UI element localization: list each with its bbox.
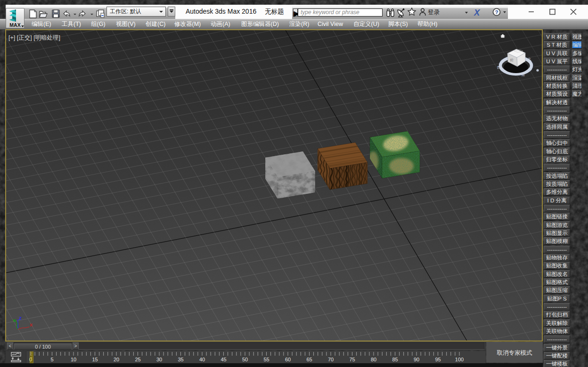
svg-text:60: 60 (285, 357, 291, 362)
svg-text:55: 55 (263, 357, 269, 362)
svg-text:Z: Z (19, 316, 22, 321)
svg-text:0: 0 (29, 357, 32, 362)
svg-text:西: 西 (497, 66, 500, 69)
svg-text:15: 15 (92, 357, 98, 362)
svg-text:90: 90 (414, 357, 419, 362)
svg-text:?: ? (495, 9, 498, 15)
svg-text:35: 35 (178, 357, 183, 362)
svg-text:南: 南 (522, 73, 525, 76)
svg-text:40: 40 (199, 357, 205, 362)
svg-text:[+] [正交] [明暗处理]: [+] [正交] [明暗处理] (8, 34, 60, 41)
svg-text:前: 前 (510, 58, 514, 62)
svg-text:X: X (474, 8, 481, 17)
svg-text:75: 75 (349, 357, 355, 362)
svg-text:95: 95 (435, 357, 441, 362)
svg-text:MAX: MAX (9, 22, 20, 28)
svg-text:65: 65 (306, 357, 312, 362)
svg-text:30: 30 (156, 357, 162, 362)
svg-text:80: 80 (371, 357, 376, 362)
svg-text:50: 50 (242, 357, 248, 362)
svg-text:X: X (30, 322, 33, 327)
svg-text:20: 20 (114, 357, 119, 362)
svg-text:100: 100 (455, 357, 464, 362)
svg-text:70: 70 (328, 357, 334, 362)
svg-text:5: 5 (50, 357, 53, 362)
svg-text:85: 85 (392, 357, 398, 362)
svg-text:Y: Y (13, 318, 16, 323)
svg-text:登录: 登录 (428, 9, 440, 16)
svg-text:45: 45 (220, 357, 226, 362)
svg-text:25: 25 (135, 357, 140, 362)
svg-text:北: 北 (528, 58, 531, 61)
svg-text:10: 10 (71, 357, 76, 362)
